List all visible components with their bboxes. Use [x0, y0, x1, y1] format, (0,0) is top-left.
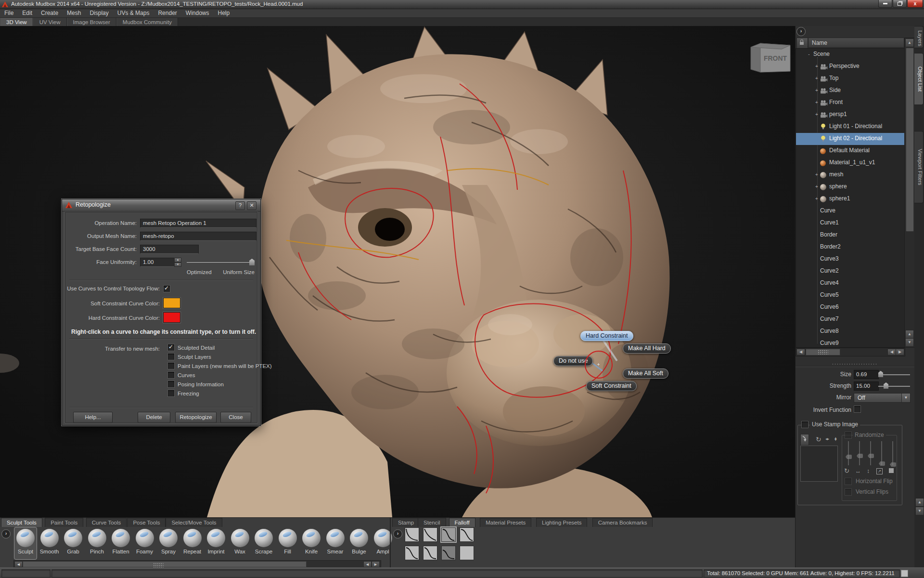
- tool-imprint[interactable]: Imprint: [205, 527, 227, 559]
- flip-horizontal-icon[interactable]: ◂▸: [825, 436, 829, 441]
- falloff-preset-concave[interactable]: [423, 527, 437, 542]
- mirror-dropdown[interactable]: Off▼: [854, 393, 911, 403]
- close-button[interactable]: Close: [220, 412, 251, 423]
- marking-menu-item-make-all-hard[interactable]: Make All Hard: [623, 343, 671, 354]
- scrollbar-thumb[interactable]: [23, 561, 307, 567]
- minimize-button[interactable]: [878, 0, 892, 8]
- menu-render[interactable]: Render: [154, 9, 181, 17]
- tree-column-header[interactable]: Name: [808, 38, 904, 48]
- tree-expander-icon[interactable]: +: [814, 88, 819, 93]
- tool-tray-scrollbar[interactable]: ◀ ◀ ▶: [13, 560, 381, 568]
- tool-tab-select-move-tools[interactable]: Select/Move Tools: [166, 518, 222, 527]
- strength-slider-thumb[interactable]: [884, 382, 888, 389]
- tool-smooth[interactable]: Smooth: [38, 527, 61, 559]
- tool-smear[interactable]: Smear: [324, 527, 346, 559]
- retopologize-button[interactable]: Retopologize: [175, 412, 217, 423]
- restore-button[interactable]: [893, 0, 907, 8]
- tree-expander-icon[interactable]: +: [814, 76, 819, 81]
- randomize-checkbox[interactable]: [845, 432, 852, 439]
- chevron-down-icon[interactable]: ▼: [901, 394, 910, 402]
- tree-item-top[interactable]: +Top: [796, 73, 905, 85]
- preset-tab-material-presets[interactable]: Material Presets: [480, 518, 531, 527]
- stamp-image-preview[interactable]: [800, 446, 838, 482]
- tree-item-sphere1[interactable]: +sphere1: [796, 193, 905, 205]
- tab-image-browser[interactable]: Image Browser: [67, 18, 116, 26]
- menu-help[interactable]: Help: [214, 9, 234, 17]
- scroll-up-button[interactable]: ▲: [905, 39, 914, 47]
- scrollbar-thumb[interactable]: [906, 48, 914, 232]
- falloff-preset-small-s[interactable]: [441, 546, 456, 560]
- marking-menu-item-make-all-soft[interactable]: Make All Soft: [623, 368, 668, 379]
- scrollbar-thumb[interactable]: [806, 349, 840, 355]
- menu-mesh[interactable]: Mesh: [63, 9, 85, 17]
- stamp-picker-button[interactable]: [800, 434, 809, 446]
- rotate-icon[interactable]: ↻: [844, 467, 849, 474]
- tree-item-border2[interactable]: Border2: [796, 241, 905, 253]
- output-mesh-name-input[interactable]: [140, 232, 257, 241]
- scroll-left-button-2[interactable]: ◀: [363, 561, 372, 567]
- tree-item-default-material[interactable]: Default Material: [796, 145, 905, 157]
- scale-icon[interactable]: ↗: [876, 468, 883, 474]
- rotate-icon[interactable]: ↻: [816, 435, 821, 443]
- checkbox[interactable]: [167, 353, 175, 360]
- checkbox[interactable]: [167, 362, 175, 369]
- tool-foamy[interactable]: Foamy: [134, 527, 156, 559]
- soft-constraint-swatch[interactable]: [163, 298, 180, 308]
- dialog-close-button[interactable]: ✕: [247, 201, 257, 210]
- tree-expander-icon[interactable]: +: [814, 184, 819, 189]
- scroll-up-button-2[interactable]: ▲: [905, 330, 914, 339]
- panel-splitter-grip[interactable]: [832, 363, 877, 365]
- randomize-slider[interactable]: [870, 441, 871, 465]
- scroll-left-button[interactable]: ◀: [14, 561, 23, 567]
- tree-item-curve4[interactable]: Curve4: [796, 277, 905, 289]
- tool-knife[interactable]: Knife: [300, 527, 322, 559]
- tree-vertical-scrollbar[interactable]: ▲ ▲ ▼: [904, 38, 915, 348]
- preset-tab-camera-bookmarks[interactable]: Camera Bookmarks: [592, 518, 653, 527]
- tree-item-border[interactable]: Border: [796, 229, 905, 241]
- tree-item-curve2[interactable]: Curve2: [796, 265, 905, 277]
- marking-menu-item-soft-constraint[interactable]: Soft Constraint: [586, 381, 637, 391]
- menu-edit[interactable]: Edit: [18, 9, 37, 17]
- menu-file[interactable]: File: [0, 9, 18, 17]
- panel-collapse-button[interactable]: ›: [796, 27, 806, 36]
- face-uniformity-spinner[interactable]: ▲▼: [174, 258, 181, 267]
- tree-expander-icon[interactable]: -: [807, 52, 811, 57]
- square-icon[interactable]: [889, 468, 894, 473]
- menu-create[interactable]: Create: [37, 9, 63, 17]
- panel-scroll-down-button[interactable]: ▼: [915, 507, 924, 515]
- tool-tab-curve-tools[interactable]: Curve Tools: [86, 518, 127, 527]
- randomize-slider[interactable]: [859, 441, 860, 465]
- tree-item-material-1-u1-v1[interactable]: Material_1_u1_v1: [796, 157, 905, 169]
- use-stamp-checkbox[interactable]: [801, 421, 808, 428]
- tree-item-persp1[interactable]: +persp1: [796, 109, 905, 121]
- falloff-preset-flat[interactable]: [460, 546, 474, 560]
- preset-collapse-button[interactable]: ›: [393, 529, 402, 539]
- help--button[interactable]: Help...: [73, 412, 113, 423]
- tree-expander-icon[interactable]: +: [814, 100, 819, 105]
- scene-tree[interactable]: -Scene+Perspective+Top+Side+Front+persp1…: [796, 48, 905, 348]
- scroll-right-button[interactable]: ▶: [372, 561, 380, 567]
- tool-tab-pose-tools[interactable]: Pose Tools: [127, 518, 166, 527]
- preset-tab-lighting-presets[interactable]: Lighting Presets: [536, 518, 587, 527]
- 3d-viewport[interactable]: FRONT Hard ConstraintMake All HardDo not…: [0, 26, 795, 517]
- close-button[interactable]: x: [907, 0, 923, 8]
- falloff-preset-steep[interactable]: [405, 527, 419, 542]
- tree-expander-icon[interactable]: +: [814, 172, 819, 177]
- tree-item-front[interactable]: +Front: [796, 97, 905, 109]
- preset-tab-falloff[interactable]: Falloff: [449, 518, 475, 527]
- checkbox[interactable]: [167, 371, 175, 379]
- tree-item-curve[interactable]: Curve: [796, 205, 905, 217]
- tool-pinch[interactable]: Pinch: [86, 527, 108, 559]
- horizontal-flip-checkbox[interactable]: [845, 478, 852, 485]
- scroll-left-button-2[interactable]: ◀: [887, 349, 896, 355]
- tree-item-mesh[interactable]: +mesh: [796, 169, 905, 181]
- tree-item-curve1[interactable]: Curve1: [796, 217, 905, 229]
- tree-item-curve8[interactable]: Curve8: [796, 326, 905, 338]
- flip-vertical-icon[interactable]: ◂▸: [834, 437, 838, 440]
- tool-scrape[interactable]: Scrape: [253, 527, 275, 559]
- tray-collapse-button[interactable]: ›: [1, 529, 11, 539]
- tree-expander-icon[interactable]: +: [814, 112, 819, 117]
- tree-expander-icon[interactable]: +: [814, 64, 819, 69]
- dialog-titlebar[interactable]: Retopologize ? ✕: [62, 199, 260, 211]
- size-slider-thumb[interactable]: [878, 371, 883, 377]
